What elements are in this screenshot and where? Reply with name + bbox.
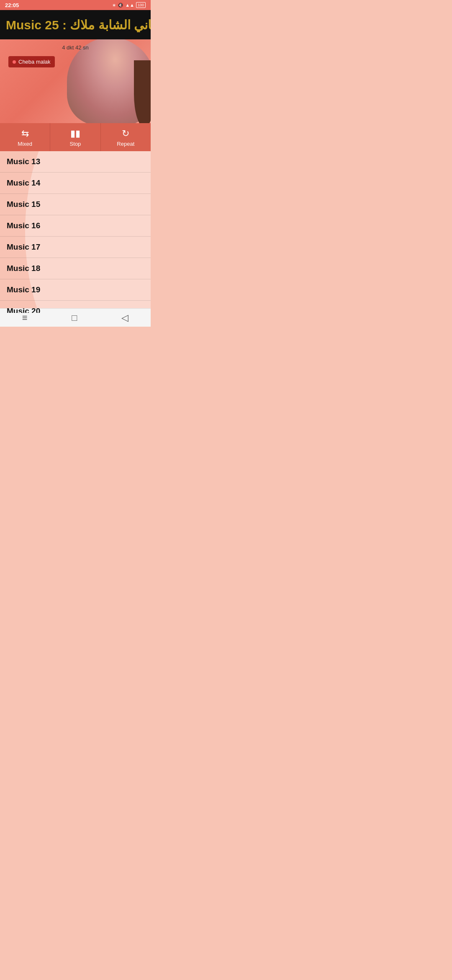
repeat-icon: ↻ — [122, 128, 129, 139]
music-item-music-20[interactable]: Music 20 — [0, 301, 151, 313]
home-icon[interactable]: □ — [72, 312, 77, 323]
pause-icon: ▮▮ — [70, 128, 80, 139]
status-icons: ∗ 🔇 ▲▲ 100 — [112, 2, 146, 8]
shuffle-icon: ⇆ — [21, 128, 29, 139]
music-item-music-19[interactable]: Music 19 — [0, 279, 151, 301]
stop-button[interactable]: ▮▮ Stop — [50, 123, 100, 151]
music-item-label: Music 15 — [7, 200, 40, 209]
artist-badge: Cheba malak — [8, 56, 55, 67]
music-item-label: Music 19 — [7, 285, 40, 294]
artist-image — [59, 39, 151, 123]
controls-bar: ⇆ Mixed ▮▮ Stop ↻ Repeat — [0, 123, 151, 151]
music-item-music-14[interactable]: Music 14 — [0, 173, 151, 194]
music-item-label: Music 13 — [7, 157, 40, 166]
music-item-label: Music 16 — [7, 221, 40, 230]
stop-label: Stop — [70, 141, 81, 150]
music-item-label: Music 14 — [7, 178, 40, 188]
music-item-music-17[interactable]: Music 17 — [0, 237, 151, 258]
status-bar: 22:05 ∗ 🔇 ▲▲ 100 — [0, 0, 151, 10]
artist-name: Cheba malak — [18, 59, 51, 65]
repeat-label: Repeat — [117, 141, 134, 150]
signal-icon: ▲▲ — [125, 3, 134, 8]
duration-label: 4 dkt 42 sn — [62, 44, 89, 51]
music-item-music-15[interactable]: Music 15 — [0, 194, 151, 215]
volume-icon: 🔇 — [118, 3, 123, 8]
music-list: Music 13Music 14Music 15Music 16Music 17… — [0, 151, 151, 313]
back-icon[interactable]: ◁ — [121, 312, 128, 323]
music-item-label: Music 20 — [7, 307, 40, 313]
menu-icon[interactable]: ≡ — [22, 312, 28, 323]
music-item-label: Music 18 — [7, 264, 40, 273]
header-banner: بيق اغاني الشابة ملاك : Music 25 — [0, 10, 151, 39]
mixed-button[interactable]: ⇆ Mixed — [0, 123, 50, 151]
player-section: Cheba malak 4 dkt 42 sn — [0, 39, 151, 123]
music-item-music-16[interactable]: Music 16 — [0, 215, 151, 237]
repeat-button[interactable]: ↻ Repeat — [101, 123, 151, 151]
artist-dot — [13, 60, 16, 64]
battery-badge: 100 — [136, 2, 146, 8]
status-time: 22:05 — [5, 2, 19, 8]
music-item-label: Music 17 — [7, 242, 40, 252]
header-title: بيق اغاني الشابة ملاك : Music 25 — [6, 18, 151, 32]
bluetooth-icon: ∗ — [112, 3, 116, 8]
music-item-music-13[interactable]: Music 13 — [0, 151, 151, 173]
mixed-label: Mixed — [18, 141, 32, 150]
music-item-music-18[interactable]: Music 18 — [0, 258, 151, 279]
